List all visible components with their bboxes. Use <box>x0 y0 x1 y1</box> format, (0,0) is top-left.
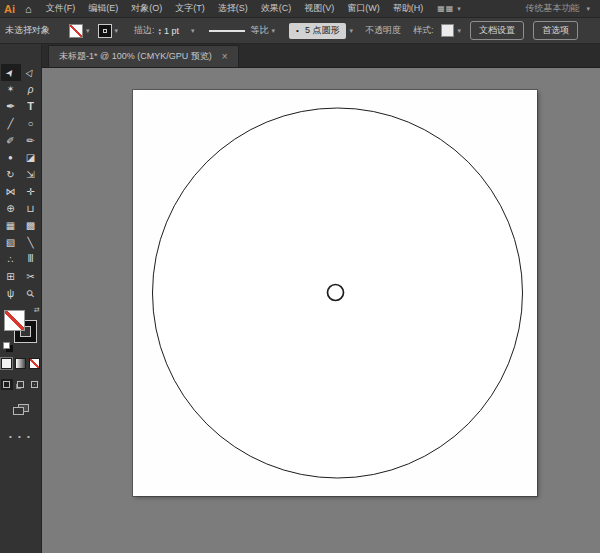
column-graph-icon: Ⅲ <box>27 254 33 264</box>
selection-status: 未选择对象 <box>5 24 69 37</box>
close-tab-icon[interactable]: × <box>222 51 228 62</box>
artboard-svg <box>133 90 537 496</box>
tool-ellipse[interactable]: ○ <box>21 115 41 132</box>
menu-item[interactable]: 视图(V) <box>304 2 334 15</box>
tool-artboard[interactable]: ⊞ <box>1 268 21 285</box>
none-button[interactable] <box>29 358 40 369</box>
tool-scale[interactable]: ⇲ <box>21 166 41 183</box>
menu-item[interactable]: 对象(O) <box>131 2 162 15</box>
tool-column-graph[interactable]: Ⅲ <box>21 251 41 268</box>
document-tab[interactable]: 未标题-1* @ 100% (CMYK/GPU 预览) × <box>48 45 239 67</box>
width-profile-label: 等比 <box>251 24 269 37</box>
draw-normal-button[interactable] <box>1 379 13 390</box>
width-profile-dropdown[interactable]: 等比 ▾ <box>209 24 276 37</box>
document-setup-button[interactable]: 文档设置 <box>470 21 524 40</box>
tool-pencil[interactable]: ✏ <box>21 132 41 149</box>
tool-mesh[interactable]: ▩ <box>21 217 41 234</box>
screen-mode-icon <box>13 407 24 415</box>
menu-item[interactable]: 文字(T) <box>175 2 205 15</box>
tool-type[interactable]: T <box>21 98 41 115</box>
menu-item[interactable]: 窗口(W) <box>347 2 380 15</box>
small-circle[interactable] <box>328 285 344 301</box>
tool-hand[interactable]: ψ <box>1 285 21 302</box>
draw-inside-button[interactable] <box>29 379 41 390</box>
width-icon: ⋈ <box>6 187 16 197</box>
stroke-control[interactable]: ▾ <box>98 24 119 38</box>
tool-eyedropper[interactable]: ╲ <box>21 234 41 251</box>
style-swatch[interactable] <box>441 24 454 37</box>
stroke-weight-value[interactable]: 1 pt <box>164 26 179 36</box>
tool-paintbrush[interactable]: ✐ <box>1 132 21 149</box>
menu-item[interactable]: 效果(C) <box>261 2 292 15</box>
chevron-down-icon[interactable]: ▾ <box>457 5 461 13</box>
screen-mode-button[interactable] <box>13 404 29 416</box>
tool-pen[interactable]: ✒ <box>1 98 21 115</box>
preferences-button[interactable]: 首选项 <box>533 21 578 40</box>
tool-magic-wand[interactable]: ✶ <box>1 81 21 98</box>
fill-none-swatch[interactable] <box>4 310 25 331</box>
stroke-weight-stepper[interactable]: ▴ ▾ <box>159 27 162 35</box>
color-button[interactable] <box>1 358 12 369</box>
tool-puppet-warp[interactable]: ✛ <box>21 183 41 200</box>
arrange-documents-icon[interactable]: ▦▦ <box>437 4 454 13</box>
direct-selection-icon: ▷ <box>25 67 36 78</box>
tool-gradient[interactable]: ▧ <box>1 234 21 251</box>
default-fill-stroke-icon[interactable] <box>3 342 10 349</box>
menu-items: 文件(F)编辑(E)对象(O)文字(T)选择(S)效果(C)视图(V)窗口(W)… <box>46 2 424 15</box>
slice-icon: ✂ <box>26 272 34 282</box>
shape-builder-icon: ⊕ <box>6 204 14 214</box>
edit-toolbar-button[interactable]: • • • <box>9 432 32 441</box>
tool-width[interactable]: ⋈ <box>1 183 21 200</box>
control-bar: 未选择对象 ▾ ▾ 描边: ▴ ▾ 1 pt ▾ 等比 ▾ • 5 点圆形 ▾ … <box>0 18 600 44</box>
canvas-area[interactable] <box>42 68 600 553</box>
tool-shape-builder[interactable]: ⊕ <box>1 200 21 217</box>
menu-item[interactable]: 编辑(E) <box>88 2 118 15</box>
chevron-down-icon[interactable]: ▾ <box>191 27 195 35</box>
swap-fill-stroke-icon[interactable]: ⇄ <box>34 306 40 314</box>
tool-lasso[interactable]: ρ <box>21 81 41 98</box>
scale-icon: ⇲ <box>26 170 34 180</box>
brush-preview-icon: • <box>296 26 299 35</box>
uniform-profile-icon <box>209 30 245 32</box>
app-logo: Ai <box>4 3 15 15</box>
stepper-down-icon[interactable]: ▾ <box>159 31 162 35</box>
tool-rotate[interactable]: ↻ <box>1 166 21 183</box>
mesh-icon: ▩ <box>26 221 35 231</box>
tool-eraser[interactable]: ◪ <box>21 149 41 166</box>
workspace-switcher[interactable]: 传统基本功能 ▾ <box>525 2 590 15</box>
opacity-label[interactable]: 不透明度 <box>365 24 401 37</box>
menu-item[interactable]: 帮助(H) <box>393 2 424 15</box>
chevron-down-icon[interactable]: ▾ <box>86 27 90 35</box>
tool-blob-brush[interactable]: ● <box>1 149 21 166</box>
chevron-down-icon[interactable]: ▾ <box>349 27 353 35</box>
line-segment-icon: ╱ <box>7 119 13 129</box>
gradient-button[interactable] <box>15 358 26 369</box>
illustrator-window: Ai ⌂ 文件(F)编辑(E)对象(O)文字(T)选择(S)效果(C)视图(V)… <box>0 0 600 553</box>
chevron-down-icon[interactable]: ▾ <box>115 27 119 35</box>
tool-slice[interactable]: ✂ <box>21 268 41 285</box>
tool-selection[interactable]: ➤ <box>1 64 21 81</box>
tool-direct-selection[interactable]: ▷ <box>21 64 41 81</box>
menu-item[interactable]: 选择(S) <box>218 2 248 15</box>
stroke-swatch-icon[interactable] <box>98 24 112 38</box>
tool-zoom[interactable]: ⚲ <box>21 285 41 302</box>
hand-icon: ψ <box>7 289 14 299</box>
tool-live-paint-bucket[interactable]: ⊔ <box>21 200 41 217</box>
draw-behind-button[interactable] <box>15 379 27 390</box>
tool-symbol-sprayer[interactable]: ∴ <box>1 251 21 268</box>
document-tab-bar: 未标题-1* @ 100% (CMYK/GPU 预览) × <box>42 44 600 68</box>
tool-perspective-grid[interactable]: ▦ <box>1 217 21 234</box>
brush-dropdown[interactable]: • 5 点圆形 <box>289 23 346 39</box>
stroke-weight-label: 描边: <box>134 24 155 37</box>
home-icon[interactable]: ⌂ <box>25 3 32 15</box>
magic-wand-icon: ✶ <box>7 85 15 94</box>
no-fill-swatch-icon[interactable] <box>69 24 83 38</box>
artboard[interactable] <box>133 90 537 496</box>
menu-item[interactable]: 文件(F) <box>46 2 76 15</box>
tools-panel: ➤▷✶ρ✒T╱○✐✏●◪↻⇲⋈✛⊕⊔▦▩▧╲∴Ⅲ⊞✂ψ⚲ ⇄ • • • <box>0 44 42 553</box>
tool-line-segment[interactable]: ╱ <box>1 115 21 132</box>
chevron-down-icon[interactable]: ▾ <box>457 27 461 35</box>
tool-grid: ➤▷✶ρ✒T╱○✐✏●◪↻⇲⋈✛⊕⊔▦▩▧╲∴Ⅲ⊞✂ψ⚲ <box>1 64 41 302</box>
fill-control[interactable]: ▾ <box>69 24 90 38</box>
eyedropper-icon: ╲ <box>27 238 33 248</box>
